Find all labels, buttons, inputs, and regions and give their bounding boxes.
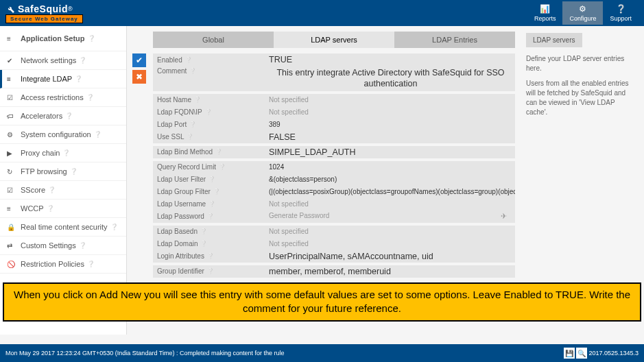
field-label-bind: Ldap Bind Method❔ (153, 147, 266, 157)
sidebar-item-integrate-ldap[interactable]: ≡Integrate LDAP❔ (0, 70, 126, 88)
sidebar-item-label: Application Setup (21, 34, 85, 43)
configure-button[interactable]: ⚙ Configure (562, 1, 603, 25)
help-icon: ❔ (207, 213, 214, 219)
field-value-enabled[interactable]: TRUE (266, 53, 515, 66)
help-icon: ❔ (185, 57, 192, 63)
refresh-icon: ↻ (7, 168, 16, 176)
brand-logo: SafeSquid ® Secure Web Gateway (5, 3, 83, 23)
reports-icon: 📊 (534, 4, 556, 14)
cancel-button[interactable]: ✖ (132, 70, 146, 84)
tags-icon: 🏷 (7, 112, 16, 120)
field-value-gfilter[interactable]: (|(objectclass=posixGroup)(objectclass=g… (266, 186, 515, 197)
field-label-qlimit: Query Record Limit❔ (153, 162, 266, 172)
sidebar-item-system-configuration[interactable]: ⚙System configuration❔ (0, 125, 126, 144)
right-panel-tab[interactable]: LDAP servers (526, 33, 582, 47)
sidebar-item-label: SScore (21, 186, 45, 194)
sidebar-item-label: WCCP (21, 204, 44, 213)
checkbox-icon: ☑ (7, 94, 16, 101)
list-icon: ≡ (7, 35, 16, 43)
field-label-domain: Ldap Domain❔ (153, 239, 266, 249)
footer-icons: 💾 🔍 2017.0525.1345.3 (564, 348, 639, 359)
help-icon: ❔ (189, 121, 196, 128)
tab-ldap-servers[interactable]: LDAP servers (274, 32, 394, 48)
sidebar-item-label: FTP browsing (21, 167, 67, 176)
support-button[interactable]: ❔ Support (603, 1, 639, 25)
field-label-hostname: Host Name❔ (153, 95, 266, 105)
sidebar-item-sscore[interactable]: ☑SScore❔ (0, 181, 126, 200)
search-icon[interactable]: 🔍 (576, 348, 587, 359)
lock-icon: 🔒 (7, 224, 16, 231)
save-icon[interactable]: 💾 (564, 348, 575, 359)
configure-label: Configure (569, 15, 596, 22)
tab-global[interactable]: Global (153, 32, 274, 48)
sidebar-item-label: Network settings (21, 56, 76, 64)
sidebar-item-proxy-chain[interactable]: ▶Proxy chain❔ (0, 144, 126, 162)
confirm-button[interactable]: ✔ (132, 53, 146, 67)
help-icon: ❔ (110, 224, 118, 230)
field-value-bind[interactable]: SIMPLE_LDAP_AUTH (266, 146, 515, 158)
sidebar-item-application-setup[interactable]: ≡Application Setup❔ (0, 26, 126, 51)
help-icon: ❔ (47, 205, 54, 212)
sidebar-item-label: Custom Settings (21, 241, 76, 250)
field-value-ufilter[interactable]: &(objectclass=person) (266, 174, 515, 184)
top-actions: 📊 Reports ⚙ Configure ❔ Support (527, 1, 639, 25)
field-label-ufilter: Ldap User Filter❔ (153, 174, 266, 184)
send-icon[interactable]: ✈ (501, 212, 507, 221)
sidebar-item-label: System configuration (21, 130, 91, 138)
sidebar-item-real-time-content-security[interactable]: 🔒Real time content security❔ (0, 218, 126, 237)
list-icon: ≡ (7, 75, 16, 83)
reports-button[interactable]: 📊 Reports (527, 1, 563, 25)
help-icon: ❔ (65, 112, 73, 119)
help-icon: ❔ (70, 168, 77, 175)
field-value-fqdn[interactable]: Not specified (266, 107, 515, 117)
sidebar-item-access-restrictions[interactable]: ☑Access restrictions❔ (0, 88, 126, 107)
help-icon: ❔ (213, 189, 220, 195)
field-value-ssl[interactable]: FALSE (266, 131, 515, 143)
top-bar: SafeSquid ® Secure Web Gateway 📊 Reports… (0, 0, 644, 26)
sidebar-item-ftp-browsing[interactable]: ↻FTP browsing❔ (0, 162, 126, 181)
sidebar-item-accelerators[interactable]: 🏷Accelerators❔ (0, 107, 126, 125)
field-value-domain[interactable]: Not specified (266, 239, 515, 249)
sidebar-item-custom-settings[interactable]: ⇄Custom Settings❔ (0, 237, 126, 255)
configure-icon: ⚙ (569, 4, 596, 14)
sidebar-item-restriction-policies[interactable]: 🚫Restriction Policies❔ (0, 255, 126, 274)
tab-ldap-entries[interactable]: LDAP Entries (394, 32, 515, 48)
field-value-grp-id[interactable]: member, memberof, memberuid (266, 265, 515, 278)
field-label-fqdn: Ldap FQDN\IP❔ (153, 107, 266, 117)
field-label-ssl: Use SSL❔ (153, 132, 266, 142)
field-label-pwd: Ldap Password❔ (153, 211, 266, 221)
help-icon: ❔ (79, 242, 86, 249)
field-value-hostname[interactable]: Not specified (266, 95, 515, 105)
help-icon: ❔ (75, 75, 82, 82)
sidebar-item-label: Accelerators (21, 112, 62, 120)
status-text: Mon May 29 2017 12:23:24 GMT+0530 (India… (5, 350, 284, 357)
field-value-login-attr[interactable]: UserPrincipalName, sAMAccountname, uid (266, 250, 515, 263)
help-icon: ❔ (208, 176, 215, 182)
field-value-qlimit[interactable]: 1024 (266, 162, 515, 172)
help-icon: ❔ (194, 97, 201, 103)
help-icon: ❔ (208, 201, 215, 207)
help-icon: ❔ (189, 68, 196, 74)
entry-actions: ✔ ✖ (132, 53, 146, 84)
help-icon: ❔ (86, 94, 94, 101)
brand-reg: ® (68, 5, 73, 12)
help-icon: ❔ (87, 261, 95, 267)
field-value-basedn[interactable]: Not specified (266, 226, 515, 237)
field-value-comment[interactable]: This entry integrate Active Directory wi… (266, 66, 515, 91)
exchange-icon: ⇄ (7, 242, 16, 250)
help-icon: ❔ (187, 134, 193, 140)
field-label-basedn: Ldap Basedn❔ (153, 226, 266, 237)
field-value-uname[interactable]: Not specified (266, 199, 515, 209)
field-label-gfilter: Ldap Group Filter❔ (153, 186, 266, 197)
field-value-port[interactable]: 389 (266, 119, 515, 130)
field-label-grp-id: Group Identifier❔ (153, 266, 266, 276)
field-value-pwd[interactable]: Generate Password✈ (266, 210, 515, 222)
sidebar-item-label: Restriction Policies (21, 260, 84, 268)
sidebar-item-label: Integrate LDAP (21, 75, 72, 83)
help-icon: ❔ (88, 35, 95, 42)
sidebar-item-network-settings[interactable]: ✔Network settings❔ (0, 51, 126, 70)
help-icon: ❔ (200, 228, 207, 234)
version-text: 2017.0525.1345.3 (588, 350, 639, 357)
sidebar-item-wccp[interactable]: ≡WCCP❔ (0, 200, 126, 218)
ldap-form: Enabled❔TRUE Comment❔This entry integrat… (153, 53, 515, 278)
